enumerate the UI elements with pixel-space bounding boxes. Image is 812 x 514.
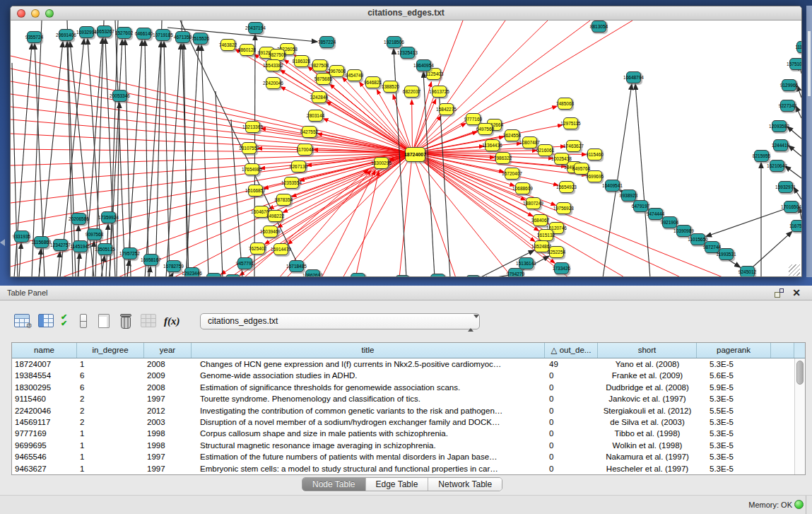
graph-node[interactable]: 9005133: [206, 273, 221, 277]
graph-node[interactable]: 19613725: [432, 86, 447, 98]
graph-node[interactable]: 15718485: [289, 260, 304, 272]
graph-node[interactable]: 8454749: [347, 69, 362, 81]
graph-node[interactable]: 1167533: [791, 220, 801, 232]
float-panel-icon[interactable]: [775, 288, 784, 298]
graph-node[interactable]: 16914479: [273, 243, 288, 255]
graph-node[interactable]: 11157001: [395, 275, 410, 277]
graph-node[interactable]: 10719185: [155, 29, 170, 41]
graph-node[interactable]: 9227343: [780, 100, 795, 112]
graph-node[interactable]: 8860128: [240, 44, 254, 56]
graph-node[interactable]: 9832390: [466, 275, 481, 277]
graph-node[interactable]: 2803144: [308, 110, 323, 122]
graph-node[interactable]: 12325413: [400, 47, 415, 59]
table-row[interactable]: 1872400712008Changes of HCN gene express…: [12, 358, 805, 370]
column-header-in_degree[interactable]: in_degree: [77, 343, 144, 358]
table-row[interactable]: 911546021997Tourette syndrome. Phenomeno…: [12, 393, 805, 404]
graph-node[interactable]: 13213363: [245, 121, 260, 133]
column-header-filler[interactable]: [771, 343, 794, 358]
graph-node[interactable]: 9331935: [14, 230, 29, 243]
table-row[interactable]: 977716911998Corpus callosum shape and si…: [12, 428, 805, 439]
graph-node[interactable]: 9827508: [312, 59, 327, 71]
graph-node[interactable]: 16648794: [626, 71, 641, 83]
graph-node[interactable]: 9115460: [587, 148, 602, 160]
graph-node[interactable]: 16782759: [166, 260, 181, 272]
graph-node[interactable]: 18107552: [242, 142, 257, 154]
function-builder-icon[interactable]: f(x): [164, 315, 180, 327]
graph-node[interactable]: 16932994: [79, 26, 94, 38]
graph-node[interactable]: 20053346: [112, 90, 127, 102]
graph-node[interactable]: 8267130: [291, 160, 306, 173]
graph-node[interactable]: 17463627: [566, 140, 581, 152]
graph-node[interactable]: 9921904: [662, 216, 677, 228]
column-header-short[interactable]: short: [598, 343, 697, 358]
graph-node[interactable]: 20206586: [71, 213, 86, 225]
graph-node[interactable]: 15720407: [505, 168, 519, 180]
table-selector-dropdown[interactable]: citations_edges.txt: [200, 313, 480, 329]
graph-node[interactable]: 16039469: [263, 226, 278, 238]
column-header-title[interactable]: title: [192, 343, 545, 358]
graph-node[interactable]: 12342757: [53, 239, 68, 251]
graph-node[interactable]: 7857224: [319, 36, 334, 48]
graph-node[interactable]: 8878354: [276, 194, 291, 206]
graph-node[interactable]: 12353554: [284, 177, 299, 189]
graph-node[interactable]: 13505135: [98, 243, 112, 255]
graph-node[interactable]: 11451945: [73, 240, 88, 252]
graph-node[interactable]: 20691406: [59, 29, 73, 41]
graph-node[interactable]: 1527602: [117, 27, 131, 39]
graph-node[interactable]: 7485063: [558, 98, 572, 110]
graph-node[interactable]: 8495764: [574, 163, 589, 175]
graph-node[interactable]: 11156869: [34, 236, 49, 248]
window-resize-grip[interactable]: [789, 264, 800, 276]
graph-node[interactable]: 17654985: [245, 163, 259, 175]
table-row[interactable]: 1938455462009Genome-wide association stu…: [12, 370, 805, 381]
table-row[interactable]: 2242004622012Investigating the contribut…: [12, 405, 805, 416]
graph-node[interactable]: 9506544: [351, 273, 365, 277]
graph-node[interactable]: 1498222: [268, 210, 283, 222]
graph-node[interactable]: 18640954: [416, 59, 431, 71]
graph-node[interactable]: 15166857: [248, 185, 263, 197]
graph-node[interactable]: 3684067: [533, 214, 548, 226]
graph-node[interactable]: 6822037: [404, 86, 419, 98]
graph-node[interactable]: 6466140: [136, 28, 151, 40]
graph-node[interactable]: 16958167: [143, 254, 158, 266]
graph-node[interactable]: 12093582: [772, 120, 787, 132]
import-table-icon[interactable]: [141, 314, 156, 327]
scrollbar-thumb[interactable]: [796, 361, 804, 385]
graph-node[interactable]: 8905013: [225, 274, 240, 277]
graph-node[interactable]: 7515526: [193, 33, 208, 45]
graph-node[interactable]: 3242844: [312, 91, 326, 103]
graph-node[interactable]: 16409541: [605, 180, 620, 192]
column-header-year[interactable]: year: [144, 343, 192, 358]
column-header-name[interactable]: name: [12, 343, 77, 358]
graph-node[interactable]: 17016504: [784, 201, 799, 213]
graph-node[interactable]: 8215955: [754, 150, 769, 162]
graph-node[interactable]: 8252254: [549, 246, 564, 258]
graph-node[interactable]: 5875685: [316, 73, 331, 85]
graph-node[interactable]: 18724007: [405, 147, 425, 162]
graph-node[interactable]: 10653267: [97, 25, 112, 37]
new-attribute-icon[interactable]: [98, 314, 110, 328]
table-row[interactable]: 1456911722003Disruption of a novel membe…: [12, 416, 805, 428]
graph-node[interactable]: 8813054: [592, 21, 606, 33]
graph-node[interactable]: 9474444: [648, 208, 663, 220]
graph-node[interactable]: 9129966: [782, 79, 796, 91]
graph-node[interactable]: 8186328: [294, 55, 309, 67]
graph-node[interactable]: 3624554: [505, 129, 519, 141]
select-column-icon[interactable]: [38, 314, 54, 327]
tab-node-table[interactable]: Node Table: [302, 478, 366, 491]
graph-node[interactable]: 7625402: [250, 243, 265, 255]
graph-node[interactable]: 18300295: [374, 157, 389, 169]
graph-node[interactable]: 19218506: [387, 36, 401, 48]
graph-node[interactable]: 7463822: [220, 39, 235, 51]
tab-edge-table[interactable]: Edge Table: [366, 478, 429, 491]
graph-node[interactable]: 1388520: [383, 81, 398, 93]
graph-node[interactable]: 15136141: [519, 257, 534, 269]
graph-node[interactable]: 9245012: [740, 266, 755, 277]
graph-node[interactable]: 17957252: [122, 247, 137, 259]
select-rows-icon[interactable]: ✔✔: [61, 314, 72, 328]
graph-node[interactable]: 9646821: [365, 76, 380, 88]
graph-node[interactable]: 18807249: [526, 197, 541, 209]
graph-node[interactable]: 8938923: [621, 189, 636, 201]
graph-node[interactable]: 6479197: [633, 200, 648, 212]
graph-node[interactable]: 1615132: [539, 229, 553, 241]
